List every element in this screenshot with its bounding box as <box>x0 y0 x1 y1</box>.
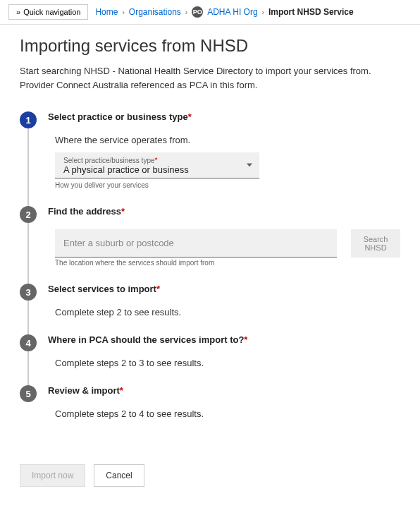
step-5: 5 Review & import* Complete steps 2 to 4… <box>20 385 400 419</box>
caret-down-icon <box>247 164 252 167</box>
chevron-right-icon: › <box>262 8 264 16</box>
step-1-body: Where the service operates from. Select … <box>48 135 400 189</box>
required-asterisk: * <box>188 111 192 122</box>
org-badge-icon: PO <box>192 6 203 18</box>
step-number-badge: 4 <box>20 334 37 351</box>
step-number-badge: 2 <box>20 206 37 223</box>
step-5-title: Review & import* <box>48 385 400 396</box>
step-4-title: Where in PCA should the services import … <box>48 334 400 345</box>
step-3-body: Complete step 2 to see results. <box>48 307 400 317</box>
practice-type-select[interactable]: Select practice/business type* A physica… <box>55 152 259 178</box>
intro-line2: Provider Connect Australia referenced as… <box>20 80 257 90</box>
address-helper: The location where the services should i… <box>55 259 337 267</box>
search-nhsd-button[interactable]: Search NHSD <box>351 229 400 258</box>
step-2: 2 Find the address* The location where t… <box>20 206 400 267</box>
breadcrumb: Home › Organisations › PO ADHA HI Org › … <box>95 6 353 18</box>
select-floating-text: Select practice/business type <box>63 157 155 164</box>
breadcrumb-organisations[interactable]: Organisations <box>129 7 181 17</box>
breadcrumb-org[interactable]: ADHA HI Org <box>207 7 257 17</box>
required-asterisk: * <box>121 206 125 217</box>
step-1: 1 Select practice or business type* Wher… <box>20 111 400 189</box>
step-4: 4 Where in PCA should the services impor… <box>20 334 400 368</box>
address-input[interactable] <box>55 229 337 258</box>
step-4-body: Complete steps 2 to 3 to see results. <box>48 358 400 368</box>
step-title-text: Select services to import <box>48 284 156 294</box>
step-title-text: Select practice or business type <box>48 111 188 122</box>
step-3: 3 Select services to import* Complete st… <box>20 284 400 317</box>
topbar: » Quick navigation Home › Organisations … <box>0 0 420 25</box>
required-asterisk: * <box>156 284 160 294</box>
operates-from-label: Where the service operates from. <box>55 135 400 145</box>
step-5-body: Complete steps 2 to 4 to see results. <box>48 408 400 419</box>
chevron-right-icon: › <box>122 8 124 16</box>
required-asterisk: * <box>120 385 123 396</box>
quick-navigation-button[interactable]: » Quick navigation <box>8 4 88 20</box>
practice-type-helper: How you deliver your services <box>55 181 400 189</box>
step-1-title: Select practice or business type* <box>48 111 400 122</box>
page-title: Importing services from NHSD <box>20 36 400 56</box>
step-title-text: Review & import <box>48 385 120 396</box>
select-floating-label: Select practice/business type* <box>63 157 251 164</box>
step-title-text: Where in PCA should the services import … <box>48 334 244 345</box>
intro-text: Start searching NHSD - National Health S… <box>20 64 400 92</box>
step-2-title: Find the address* <box>48 206 400 217</box>
quick-navigation-label: Quick navigation <box>23 8 80 16</box>
breadcrumb-current: Import NHSD Service <box>268 7 354 17</box>
step-5-note: Complete steps 2 to 4 to see results. <box>55 408 400 419</box>
address-row: The location where the services should i… <box>55 229 400 267</box>
step-2-body: The location where the services should i… <box>48 229 400 267</box>
import-now-button[interactable]: Import now <box>20 464 85 487</box>
intro-line1: Start searching NHSD - National Health S… <box>20 66 371 76</box>
steps-container: 1 Select practice or business type* Wher… <box>20 111 400 419</box>
main-content: Importing services from NHSD Start searc… <box>0 25 420 453</box>
step-3-note: Complete step 2 to see results. <box>55 307 400 317</box>
select-value: A physical practice or business <box>63 164 251 175</box>
cancel-button[interactable]: Cancel <box>94 464 144 487</box>
breadcrumb-home[interactable]: Home <box>95 7 118 17</box>
step-3-title: Select services to import* <box>48 284 400 294</box>
chevron-double-right-icon: » <box>16 8 20 16</box>
required-asterisk: * <box>155 157 158 164</box>
step-number-badge: 3 <box>20 284 37 301</box>
chevron-right-icon: › <box>185 8 187 16</box>
required-asterisk: * <box>244 334 247 345</box>
step-number-badge: 1 <box>20 111 37 128</box>
step-4-note: Complete steps 2 to 3 to see results. <box>55 358 400 368</box>
step-title-text: Find the address <box>48 206 121 217</box>
actions-bar: Import now Cancel <box>0 453 420 498</box>
step-number-badge: 5 <box>20 385 37 402</box>
